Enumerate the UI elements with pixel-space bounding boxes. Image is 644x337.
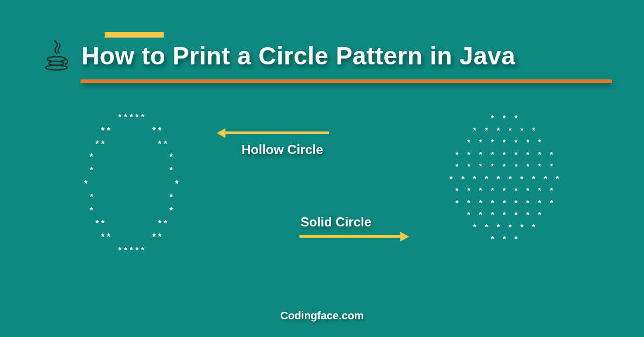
page-title: How to Print a Circle Pattern in Java: [82, 41, 515, 70]
title-row: How to Print a Circle Pattern in Java: [43, 40, 612, 72]
arrow-right-icon: [299, 235, 401, 238]
java-icon: [43, 40, 70, 72]
solid-circle-pattern: * * * * * * * * * * * * * * * * * * * * …: [449, 114, 561, 247]
arrow-left-icon: [224, 131, 329, 134]
solid-circle-label: Solid Circle: [301, 215, 371, 230]
hollow-circle-label: Hollow Circle: [241, 142, 323, 157]
header: How to Print a Circle Pattern in Java: [43, 32, 612, 83]
yellow-accent-bar: [105, 32, 164, 38]
hollow-circle-pattern: ***** ** ** ** ** * * * * * * * * * * **…: [83, 112, 180, 258]
footer-credit: Codingface.com: [0, 310, 644, 322]
orange-underline: [80, 79, 612, 83]
content-area: ***** ** ** ** ** * * * * * * * * * * **…: [0, 102, 644, 299]
